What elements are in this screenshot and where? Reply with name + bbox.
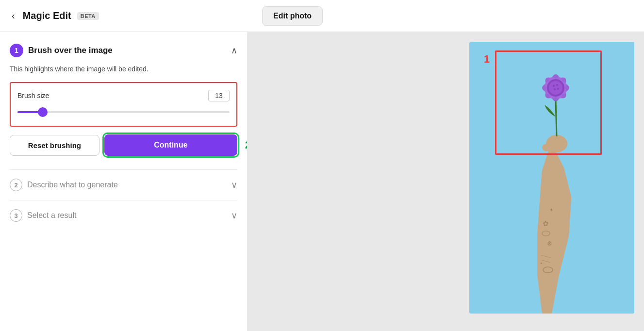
header-right: Edit photo: [257, 6, 634, 26]
svg-text:⋆: ⋆: [540, 260, 543, 266]
svg-point-24: [554, 88, 556, 90]
continue-btn-wrapper: Continue 2: [104, 134, 237, 156]
canvas-area[interactable]: ✿ ⚙ ⋆ ✦: [248, 32, 644, 331]
header: ‹ Magic Edit BETA Edit photo: [0, 0, 644, 32]
step1-header: 1 Brush over the image ∧: [10, 44, 237, 57]
slider-track: [17, 111, 230, 113]
step3-left: 3 Select a result: [10, 209, 76, 222]
step1-header-left: 1 Brush over the image: [10, 44, 113, 57]
svg-text:⚙: ⚙: [547, 240, 552, 247]
step2-title: Describe what to generate: [27, 181, 118, 189]
brush-size-slider-container: [17, 107, 230, 117]
step1-chevron-up-icon[interactable]: ∧: [231, 45, 237, 56]
step2-chevron-down-icon: ∨: [231, 180, 237, 190]
step2-badge: 2: [10, 179, 22, 191]
brush-size-row: Brush size 13: [17, 90, 230, 101]
buttons-row: Reset brushing Continue 2: [10, 134, 237, 156]
brush-size-box: Brush size 13: [10, 82, 237, 127]
step2-collapsed[interactable]: 2 Describe what to generate ∨: [10, 169, 237, 200]
sidebar: 1 Brush over the image ∧ This highlights…: [0, 32, 248, 331]
beta-badge: BETA: [77, 12, 99, 20]
step3-badge: 3: [10, 209, 22, 222]
step2-left: 2 Describe what to generate: [10, 179, 118, 191]
continue-button[interactable]: Continue: [104, 134, 237, 156]
svg-point-25: [557, 88, 559, 90]
slider-thumb[interactable]: [38, 107, 48, 117]
step3-collapsed[interactable]: 3 Select a result ∨: [10, 200, 237, 231]
svg-line-11: [556, 100, 557, 136]
photo-container: ✿ ⚙ ⋆ ✦: [469, 42, 634, 314]
edit-photo-button[interactable]: Edit photo: [262, 6, 323, 26]
step1-description: This highlights where the image will be …: [10, 64, 237, 74]
svg-point-21: [549, 81, 562, 95]
step1-badge: 1: [10, 44, 23, 57]
app-title: Magic Edit: [23, 10, 71, 21]
step1-title: Brush over the image: [28, 46, 113, 55]
step3-title: Select a result: [27, 211, 76, 220]
svg-text:✿: ✿: [543, 219, 549, 228]
svg-text:✦: ✦: [549, 207, 553, 213]
svg-point-22: [553, 85, 555, 87]
photo-svg: ✿ ⚙ ⋆ ✦: [469, 42, 634, 314]
svg-point-23: [556, 84, 558, 86]
main-layout: 1 Brush over the image ∧ This highlights…: [0, 32, 644, 331]
reset-brushing-button[interactable]: Reset brushing: [10, 135, 99, 156]
back-button[interactable]: ‹: [10, 8, 17, 23]
step3-chevron-down-icon: ∨: [231, 210, 237, 221]
brush-size-label: Brush size: [17, 92, 49, 99]
brush-size-value: 13: [208, 90, 230, 101]
header-left: ‹ Magic Edit BETA: [10, 8, 257, 23]
svg-point-2: [542, 144, 552, 151]
